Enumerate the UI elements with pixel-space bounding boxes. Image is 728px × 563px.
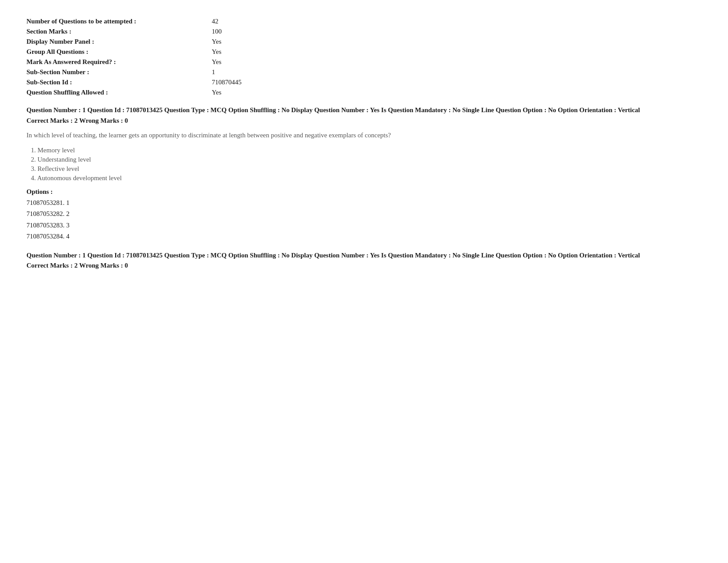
list-item: 1. Memory level bbox=[31, 147, 702, 154]
question-marks: Correct Marks : 2 Wrong Marks : 0 bbox=[26, 117, 702, 125]
question-meta: Question Number : 1 Question Id : 710870… bbox=[26, 250, 702, 261]
info-label: Group All Questions : bbox=[26, 48, 212, 56]
info-row: Question Shuffling Allowed :Yes bbox=[26, 89, 702, 96]
info-value: Yes bbox=[212, 58, 300, 66]
info-value: 1 bbox=[212, 68, 300, 76]
info-value: 42 bbox=[212, 18, 300, 25]
info-label: Section Marks : bbox=[26, 28, 212, 35]
option-id: 71087053284. 4 bbox=[26, 231, 702, 242]
info-row: Number of Questions to be attempted :42 bbox=[26, 18, 702, 25]
info-row: Sub-Section Id :710870445 bbox=[26, 79, 702, 86]
info-value: Yes bbox=[212, 38, 300, 45]
question-marks: Correct Marks : 2 Wrong Marks : 0 bbox=[26, 262, 702, 269]
questions-container: Question Number : 1 Question Id : 710870… bbox=[26, 105, 702, 269]
question-meta: Question Number : 1 Question Id : 710870… bbox=[26, 105, 702, 115]
options-label: Options : bbox=[26, 188, 702, 196]
question-text: In which level of teaching, the learner … bbox=[26, 130, 702, 140]
info-value: 100 bbox=[212, 28, 300, 35]
info-table: Number of Questions to be attempted :42S… bbox=[26, 18, 702, 96]
info-label: Display Number Panel : bbox=[26, 38, 212, 45]
option-id: 71087053282. 2 bbox=[26, 208, 702, 220]
info-row: Mark As Answered Required? :Yes bbox=[26, 58, 702, 66]
options-ids: 71087053281. 171087053282. 271087053283.… bbox=[26, 197, 702, 242]
info-row: Group All Questions :Yes bbox=[26, 48, 702, 56]
info-label: Sub-Section Id : bbox=[26, 79, 212, 86]
options-list: 1. Memory level2. Understanding level3. … bbox=[26, 147, 702, 182]
info-label: Question Shuffling Allowed : bbox=[26, 89, 212, 96]
question-block: Question Number : 1 Question Id : 710870… bbox=[26, 105, 702, 242]
info-row: Sub-Section Number :1 bbox=[26, 68, 702, 76]
info-row: Display Number Panel :Yes bbox=[26, 38, 702, 45]
list-item: 4. Autonomous development level bbox=[31, 174, 702, 182]
info-value: 710870445 bbox=[212, 79, 300, 86]
info-label: Sub-Section Number : bbox=[26, 68, 212, 76]
list-item: 3. Reflective level bbox=[31, 165, 702, 173]
info-label: Number of Questions to be attempted : bbox=[26, 18, 212, 25]
info-value: Yes bbox=[212, 48, 300, 56]
info-row: Section Marks :100 bbox=[26, 28, 702, 35]
list-item: 2. Understanding level bbox=[31, 156, 702, 163]
option-id: 71087053283. 3 bbox=[26, 220, 702, 231]
question-block: Question Number : 1 Question Id : 710870… bbox=[26, 250, 702, 270]
info-value: Yes bbox=[212, 89, 300, 96]
info-label: Mark As Answered Required? : bbox=[26, 58, 212, 66]
option-id: 71087053281. 1 bbox=[26, 197, 702, 209]
